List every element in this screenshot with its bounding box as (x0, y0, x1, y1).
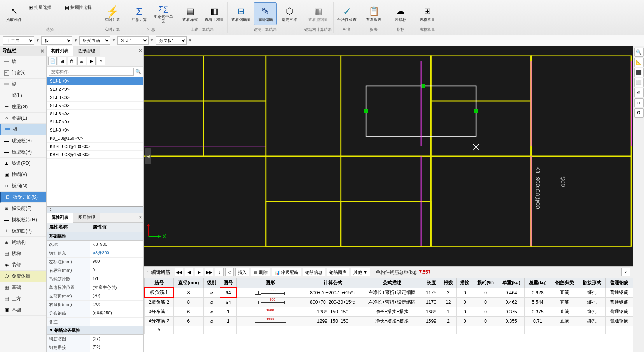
edit-rebar-btn[interactable]: ✎ 编辑钢筋 (254, 2, 277, 25)
batch-btn[interactable]: ⊞ 批量选择 (26, 2, 61, 12)
rsb-search-btn[interactable]: 🔍 (634, 48, 644, 57)
rebar-type-select[interactable]: 板受力筋 (79, 36, 110, 45)
nav-item-door-window[interactable]: 门窗洞 (0, 67, 46, 79)
comp-delete-btn[interactable]: 🗑 (68, 57, 76, 65)
list-item[interactable]: SLJ-3 <0> (47, 93, 144, 102)
layer-select[interactable]: 分层板1 (156, 36, 187, 45)
type-select[interactable]: 板 (41, 36, 72, 45)
nav-down-btn[interactable]: ↓ (215, 268, 224, 276)
component-panel-close[interactable]: × (137, 46, 144, 56)
check-style-btn[interactable]: ▤ 查看样式 (178, 2, 202, 25)
nav-first-btn[interactable]: ◀◀ (175, 268, 183, 276)
list-item[interactable]: SLJ-6 <0> (47, 110, 144, 118)
tab-drawing-mgmt[interactable]: 图纸管理 (74, 46, 100, 56)
rsb-zoom-btn[interactable]: ⊕ (634, 88, 644, 97)
rebar-info-btn[interactable]: 钢筋信息 (303, 268, 325, 276)
rebar-lib-btn[interactable]: 钢筋图库 (327, 268, 349, 276)
nav-item-soil[interactable]: ▤ 土方 (0, 293, 46, 304)
filter-btn[interactable]: ▦ 按属性选择 (62, 2, 97, 12)
check-proj-btn[interactable]: ▥ 查看工程量 (203, 2, 226, 25)
table-calc-btn[interactable]: ⊞ 表格算量 (416, 2, 439, 25)
nav-last-btn[interactable]: ▶▶ (205, 268, 214, 276)
comp-clone-btn[interactable]: ⊟ (77, 57, 86, 65)
view-rebar-btn[interactable]: ⊟ 查看钢筋量 (229, 2, 253, 25)
comp-more-btn[interactable]: ▶ (87, 57, 96, 65)
component-search-input[interactable] (49, 68, 134, 76)
nav-item-slab-strip[interactable]: ▬ 模板板带(H) (0, 214, 46, 225)
canvas-viewport[interactable]: K8_900:C8@00 Ș00 X ◀ (144, 46, 633, 266)
nav-item-col-cap[interactable]: ▣ 柱帽(V) (0, 169, 46, 180)
total-btn[interactable]: Σ 汇总计算 (128, 2, 151, 25)
nav-prev-btn[interactable]: ◀ (185, 268, 193, 276)
tab-layer-mgmt[interactable]: 图层管理 (74, 213, 100, 222)
table-row[interactable]: 5 (144, 326, 633, 334)
comp-more2-btn[interactable]: » (97, 57, 105, 65)
nav-item-ring-beam[interactable]: ○ 圈梁(E) (0, 113, 46, 124)
type-arrow[interactable]: ▼ (74, 38, 78, 42)
floor-select[interactable]: 十二层 (3, 36, 34, 45)
delete-btn[interactable]: 🗑 删除 (251, 268, 270, 276)
view-report-btn[interactable]: 📋 查看报表 (362, 2, 385, 25)
tab-props-list[interactable]: 属性列表 (47, 213, 74, 223)
nav-item-beam[interactable]: 梁 (0, 79, 46, 90)
bottom-close-btn[interactable]: × (621, 268, 630, 276)
nav-item-foundation[interactable]: ▦ 基础 (0, 282, 46, 293)
nav-item-conn-beam[interactable]: ═ 连梁(G) (0, 101, 46, 113)
list-item[interactable]: KBSLJ-C8@150 <0> (47, 151, 144, 159)
list-item[interactable]: SLJ-7 <0> (47, 118, 144, 126)
nav-item-slab[interactable]: 板 (0, 124, 46, 135)
cloud-btn[interactable]: ☁ 云指标 (389, 2, 412, 25)
rebar-type-arrow[interactable]: ▼ (112, 38, 116, 42)
floor-arrow[interactable]: ▼ (36, 38, 40, 42)
rsb-fill-btn[interactable]: ⬛ (634, 68, 644, 77)
realtime-btn[interactable]: ⚡ 实时计算 (101, 2, 124, 25)
table-row[interactable]: 4分布筋.2 6 ⌀ 1 1599 1299+150+150 净长+搭接+搭接 … (144, 317, 633, 326)
total-mid-btn[interactable]: Σ∑ 汇总选中单元 (152, 2, 175, 25)
list-item[interactable]: SLJ-2 <0> (47, 85, 144, 93)
comp-copy-btn[interactable]: ⊞ (58, 57, 66, 65)
rebar-3d-btn[interactable]: ⬡ 钢筋三维 (278, 2, 301, 25)
pick-btn[interactable]: ↖ 拾取构件 (2, 2, 26, 25)
nav-close-btn[interactable]: × (41, 48, 44, 54)
list-item[interactable]: K8_C8@150 <0> (47, 134, 144, 143)
rebar-id-select[interactable]: SLJ-1 (117, 36, 149, 45)
nav-item-slab-add[interactable]: + 板加筋(B) (0, 225, 46, 237)
nav-item-wall[interactable]: 墙 (0, 56, 46, 67)
scale-btn[interactable]: 📊 缩尺配筋 (272, 268, 301, 276)
rsb-settings-btn[interactable]: ⚙ (634, 108, 644, 118)
nav-item-steel-struct[interactable]: ⊞ 钢结构 (0, 237, 46, 248)
canvas-scroll-left[interactable]: ◀ (145, 148, 151, 164)
rsb-measure-btn[interactable]: 📐 (634, 58, 644, 67)
list-item[interactable]: SLJ-1 <0> (47, 77, 144, 85)
check-steel-btn[interactable]: ▦ 查看型钢量 (306, 2, 330, 25)
nav-item-ramp[interactable]: ▲ 坡道(PD) (0, 158, 46, 169)
other-btn[interactable]: 其他 ▼ (351, 268, 370, 276)
rsb-pan-btn[interactable]: ↔ (634, 98, 644, 107)
nav-item-slab-neg[interactable]: ⊟ 板负筋(F) (0, 203, 46, 214)
tab-component-list[interactable]: 构件列表 (47, 46, 74, 56)
rebar-id-arrow[interactable]: ▼ (150, 38, 154, 42)
nav-item-press-slab[interactable]: ▬ 压型板(B) (0, 146, 46, 158)
rsb-select-btn[interactable]: ⬜ (634, 78, 644, 87)
table-row[interactable]: 2板负筋.2 8 ⌀ 64 980 800+70+200- (144, 297, 633, 307)
nav-item-beam-l[interactable]: ═ 梁(L) (0, 90, 46, 101)
nav-item-free-body[interactable]: ⬡ 免费体量 (0, 271, 46, 282)
comp-new-btn[interactable]: 📄 (48, 57, 57, 65)
nav-up-btn[interactable]: ◁ (225, 268, 234, 276)
list-item[interactable]: KBSLJ-C8@100 <0> (47, 143, 144, 151)
list-item[interactable]: SLJ-8 <0> (47, 126, 144, 134)
nav-item-decor[interactable]: ◈ 装修 (0, 259, 46, 271)
table-row[interactable]: 板负筋.1 8 ⌀ 64 985 800+70+200-1 (144, 288, 633, 297)
layer-arrow[interactable]: ▼ (188, 38, 192, 42)
nav-next-btn[interactable]: ▶ (195, 268, 203, 276)
table-row[interactable]: 3分布筋.1 6 ⌀ 1 1688 1388+150+150 净长+搭接+搭接 … (144, 307, 633, 317)
legal-check-btn[interactable]: ✓ 合法性检查 (335, 2, 359, 25)
list-item[interactable]: SLJ-5 <0> (47, 102, 144, 110)
nav-item-stair[interactable]: ▤ 楼梯 (0, 248, 46, 259)
nav-item-cast-slab[interactable]: ▬ 现浇板(B) (0, 135, 46, 146)
insert-btn[interactable]: 插入 (235, 268, 249, 276)
nav-item-base[interactable]: ▣ 基础 (0, 304, 46, 316)
props-panel-close[interactable]: × (137, 213, 144, 222)
nav-item-slab-rebar[interactable]: ⊟ 板受力筋(S) (0, 192, 46, 203)
nav-item-slab-hole[interactable]: ○ 板洞(N) (0, 180, 46, 192)
